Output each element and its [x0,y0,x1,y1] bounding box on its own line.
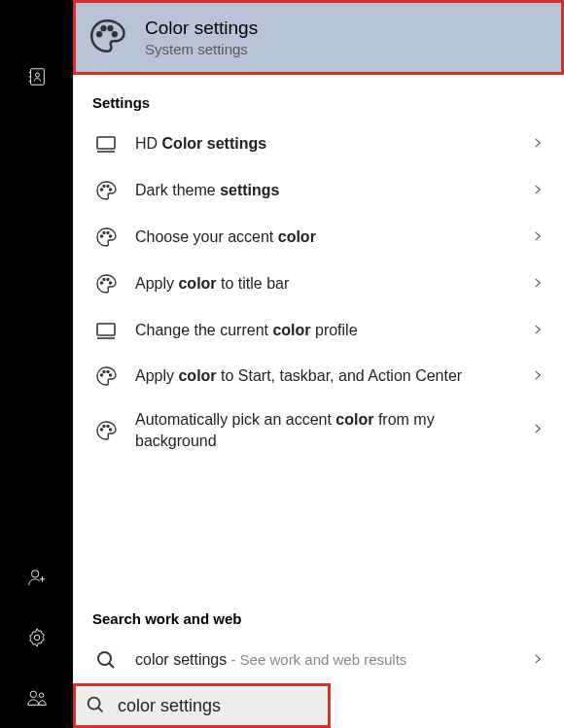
people-icon [26,687,48,709]
best-match-subtitle: System settings [145,41,258,57]
svg-rect-29 [97,324,115,335]
settings-result-item[interactable]: Change the current color profile [73,307,564,354]
chevron-right-icon [531,229,545,246]
web-section-header: Search work and web [73,591,564,637]
add-person-icon [26,567,48,588]
result-label: Automatically pick an accent color from … [135,409,515,451]
settings-result-item[interactable]: Dark theme settings [73,167,564,214]
svg-line-40 [109,663,114,668]
svg-point-26 [103,279,105,281]
svg-point-17 [101,189,103,191]
settings-result-item[interactable]: Apply color to title bar [73,260,564,307]
svg-point-27 [107,279,109,281]
result-label: Apply color to Start, taskbar, and Actio… [135,365,515,387]
settings-gear-icon [26,627,48,648]
svg-point-37 [107,425,109,427]
svg-point-22 [103,232,105,234]
chevron-right-icon [531,368,545,385]
search-icon [92,648,120,672]
svg-point-35 [101,429,103,431]
svg-point-36 [103,425,105,427]
contacts-sidebar-button[interactable] [0,47,73,107]
search-input-bar[interactable]: color settings [73,683,331,728]
svg-point-41 [88,698,100,710]
monitor-icon [92,319,120,342]
search-results-panel: Color settings System settings Settings … [73,0,564,728]
best-match-text: Color settings System settings [145,17,258,57]
chevron-right-icon [531,276,545,293]
palette-icon [87,16,127,59]
contacts-icon [26,66,48,87]
palette-icon [92,179,120,202]
search-icon [85,694,106,718]
result-label: Dark theme settings [135,180,515,201]
search-input-text: color settings [118,696,221,716]
svg-point-19 [107,186,109,188]
people-sidebar-button[interactable] [0,668,73,728]
svg-point-8 [34,635,40,641]
svg-point-24 [110,235,112,237]
svg-point-39 [98,652,111,665]
result-label: Choose your accent color [135,226,515,248]
svg-point-21 [101,235,103,237]
svg-point-38 [110,429,112,431]
svg-point-13 [109,26,113,30]
result-label: HD Color settings [135,133,515,155]
svg-rect-15 [97,137,115,149]
svg-line-42 [98,708,102,711]
web-result-text: color settings - See work and web result… [135,649,515,671]
svg-point-34 [110,374,112,376]
svg-point-14 [113,32,117,36]
chevron-right-icon [531,422,545,438]
settings-results-list: HD Color settingsDark theme settingsChoo… [73,121,564,591]
svg-point-20 [110,189,112,191]
settings-result-item[interactable]: Apply color to Start, taskbar, and Actio… [73,354,564,399]
svg-point-33 [107,371,109,373]
best-match-result[interactable]: Color settings System settings [73,0,564,75]
start-sidebar [0,0,73,728]
settings-result-item[interactable]: HD Color settings [73,121,564,167]
settings-sidebar-button[interactable] [0,607,73,668]
svg-point-10 [39,693,44,698]
chevron-right-icon [531,323,545,339]
svg-point-4 [35,73,39,77]
add-person-sidebar-button[interactable] [0,547,73,607]
chevron-right-icon [531,136,545,153]
svg-point-31 [101,374,103,376]
svg-point-12 [102,26,106,30]
palette-icon [92,364,120,388]
result-label: Apply color to title bar [135,273,515,295]
svg-point-5 [31,571,38,577]
palette-icon [92,225,120,249]
chevron-right-icon [531,652,545,669]
web-search-result[interactable]: color settings - See work and web result… [73,637,564,683]
settings-result-item[interactable]: Choose your accent color [73,214,564,260]
settings-result-item[interactable]: Automatically pick an accent color from … [73,399,564,462]
monitor-icon [92,132,120,156]
best-match-title: Color settings [145,17,258,39]
settings-section-header: Settings [73,75,564,121]
svg-point-18 [103,186,105,188]
svg-point-25 [101,282,103,284]
svg-point-9 [30,691,36,697]
result-label: Change the current color profile [135,320,515,341]
palette-icon [92,272,120,295]
svg-point-28 [110,282,112,284]
svg-point-11 [97,32,101,36]
svg-point-23 [107,232,109,234]
chevron-right-icon [531,183,545,199]
svg-point-32 [103,371,105,373]
palette-icon [92,419,120,442]
